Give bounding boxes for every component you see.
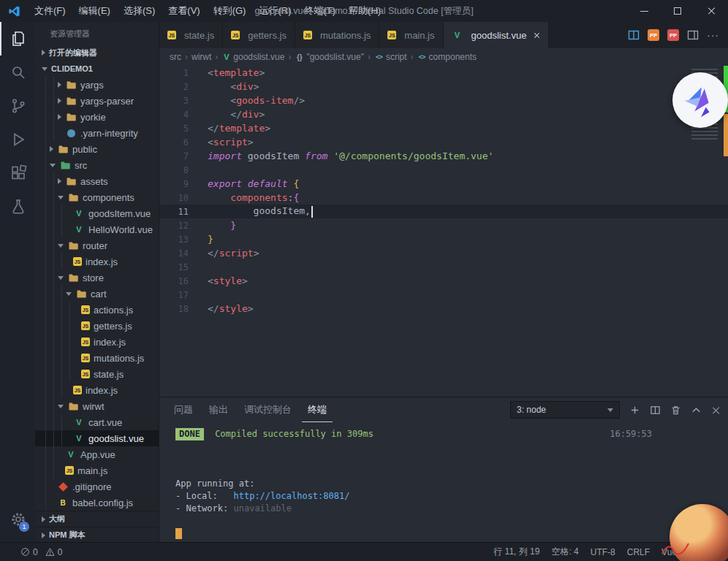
terminal-line-4: App running at: bbox=[175, 478, 728, 490]
tree-item-index.js[interactable]: JSindex.js bbox=[35, 382, 159, 398]
menu-item-0[interactable]: 文件(F) bbox=[28, 0, 72, 22]
status-item-3[interactable]: CRLF bbox=[627, 547, 650, 557]
tree-item-router[interactable]: router bbox=[35, 237, 159, 253]
status-item-2[interactable]: UTF-8 bbox=[591, 547, 615, 557]
indent-guide bbox=[53, 77, 54, 93]
tree-item-store[interactable]: store bbox=[35, 270, 159, 286]
status-item-0[interactable]: 行 11, 列 19 bbox=[493, 546, 539, 558]
tree-item-actions.js[interactable]: JSactions.js bbox=[35, 302, 159, 318]
maximize-button[interactable] bbox=[661, 0, 694, 22]
chevron-down-icon bbox=[607, 408, 613, 412]
tree-item-yorkie[interactable]: yorkie bbox=[35, 109, 159, 125]
extensions-icon[interactable] bbox=[0, 156, 35, 190]
tab-getters.js[interactable]: JSgetters.js bbox=[223, 22, 295, 48]
close-panel-icon[interactable] bbox=[711, 406, 719, 414]
tree-item-index.js[interactable]: JSindex.js bbox=[35, 253, 159, 270]
babel-icon: B bbox=[57, 497, 69, 508]
menu-item-2[interactable]: 选择(S) bbox=[117, 0, 162, 22]
menu-item-4[interactable]: 转到(G) bbox=[207, 0, 253, 22]
tree-item-getters.js[interactable]: JSgetters.js bbox=[35, 318, 159, 334]
menu-item-3[interactable]: 查看(V) bbox=[162, 0, 206, 22]
tree-item-wirwt[interactable]: wirwt bbox=[35, 398, 159, 414]
tab-mutations.js[interactable]: JSmutations.js bbox=[295, 22, 379, 48]
code-line-5: 5</template> bbox=[159, 121, 728, 135]
panel-tab-输出[interactable]: 输出 bbox=[203, 397, 234, 422]
tree-item-src[interactable]: src bbox=[35, 157, 159, 173]
panel-tab-终端[interactable]: 终端 bbox=[302, 397, 333, 422]
sidebar-section-0[interactable]: 大纲 bbox=[35, 511, 159, 527]
tree-item-.yarn-integrity[interactable]: .yarn-integrity bbox=[35, 125, 159, 141]
chevron-down-icon bbox=[42, 67, 48, 71]
code-line-4: 4 </div> bbox=[159, 107, 728, 121]
tree-item-main.js[interactable]: JSmain.js bbox=[35, 462, 159, 478]
sidebar-section-1[interactable]: NPM 脚本 bbox=[35, 527, 159, 542]
code-text: export default { bbox=[189, 178, 299, 189]
terminal-output[interactable]: 16:59:53 DONE Compiled successfully in 3… bbox=[159, 422, 728, 542]
explorer-icon[interactable] bbox=[0, 22, 35, 56]
search-icon[interactable] bbox=[0, 56, 35, 89]
code-line-9: 9export default { bbox=[159, 177, 728, 191]
breadcrumb-label: goodslist.vue bbox=[233, 52, 284, 62]
status-item-1[interactable]: 空格: 4 bbox=[551, 546, 578, 558]
tree-item-babel.config.js[interactable]: Bbabel.config.js bbox=[35, 495, 159, 511]
tab-main.js[interactable]: JSmain.js bbox=[379, 22, 443, 48]
tree-item-App.vue[interactable]: VApp.vue bbox=[35, 446, 159, 462]
tab-goodslist.vue[interactable]: Vgoodslist.vue bbox=[444, 22, 550, 48]
indent-guide bbox=[53, 462, 54, 478]
tree-item-cart[interactable]: cart bbox=[35, 286, 159, 302]
split-editor-blue-icon[interactable] bbox=[628, 29, 640, 41]
tree-item-yargs-parser[interactable]: yargs-parser bbox=[35, 93, 159, 109]
breadcrumb-item-1[interactable]: wirwt bbox=[192, 52, 211, 62]
breadcrumb-item-5[interactable]: <>components bbox=[417, 52, 477, 62]
breadcrumb-item-2[interactable]: Vgoodslist.vue bbox=[221, 52, 284, 62]
settings-gear-icon[interactable]: 1 bbox=[0, 503, 35, 536]
open-editors-section[interactable]: 打开的编辑器 bbox=[35, 45, 159, 61]
new-terminal-icon[interactable] bbox=[629, 405, 640, 416]
breadcrumb-item-0[interactable]: src bbox=[170, 52, 181, 62]
more-actions-icon[interactable]: ··· bbox=[707, 29, 719, 41]
kill-terminal-trash-icon[interactable] bbox=[670, 405, 681, 416]
folder-icon bbox=[67, 272, 79, 283]
run-debug-icon[interactable] bbox=[0, 123, 35, 156]
terminal-picker-dropdown[interactable]: 3: node bbox=[510, 401, 620, 419]
close-button[interactable] bbox=[694, 0, 728, 22]
tab-state.js[interactable]: JSstate.js bbox=[159, 22, 223, 48]
extension-action-icon-1[interactable]: PP bbox=[648, 29, 659, 41]
code-line-1: 1<template> bbox=[159, 66, 728, 80]
tree-item-state.js[interactable]: JSstate.js bbox=[35, 366, 159, 382]
test-flask-icon[interactable] bbox=[0, 190, 35, 224]
tree-item-assets[interactable]: assets bbox=[35, 173, 159, 189]
line-number: 6 bbox=[159, 137, 189, 148]
tree-item-goodslist.vue[interactable]: Vgoodslist.vue bbox=[35, 430, 159, 446]
code-line-2: 2 <div> bbox=[159, 80, 728, 94]
breadcrumb-item-4[interactable]: <>script bbox=[374, 52, 407, 62]
chevron-down-icon bbox=[66, 292, 72, 296]
breadcrumb-label: src bbox=[170, 52, 181, 62]
project-root-section[interactable]: CLIDEMO1 bbox=[35, 61, 159, 77]
tree-item-cart.vue[interactable]: Vcart.vue bbox=[35, 414, 159, 430]
tree-item-HelloWorld.vue[interactable]: VHelloWorld.vue bbox=[35, 221, 159, 237]
tree-item-index.js[interactable]: JSindex.js bbox=[35, 334, 159, 350]
layout-icon[interactable] bbox=[687, 29, 699, 41]
close-tab-icon[interactable] bbox=[534, 32, 540, 39]
tree-item-goodsItem.vue[interactable]: VgoodsItem.vue bbox=[35, 205, 159, 221]
maximize-panel-icon[interactable] bbox=[691, 405, 702, 416]
line-number: 9 bbox=[159, 179, 189, 189]
problems-status[interactable]: 0 0 bbox=[20, 547, 62, 557]
minimize-button[interactable] bbox=[627, 0, 661, 22]
extension-action-icon-2[interactable]: PP bbox=[667, 29, 679, 41]
code-editor[interactable]: 1<template>2 <div>3 <goods-item/>4 </div… bbox=[159, 66, 728, 397]
panel-tab-调试控制台[interactable]: 调试控制台 bbox=[238, 397, 297, 422]
line-number: 10 bbox=[159, 193, 189, 203]
tree-item-public[interactable]: public bbox=[35, 141, 159, 157]
breadcrumb-item-3[interactable]: {}"goodslist.vue" bbox=[295, 52, 364, 62]
split-terminal-icon[interactable] bbox=[650, 405, 661, 416]
tree-item-mutations.js[interactable]: JSmutations.js bbox=[35, 350, 159, 366]
tree-item-components[interactable]: components bbox=[35, 189, 159, 205]
tree-item-.gitignore[interactable]: .gitignore bbox=[35, 478, 159, 495]
source-control-icon[interactable] bbox=[0, 89, 35, 123]
tree-item-label: index.js bbox=[86, 385, 118, 396]
tree-item-yargs[interactable]: yargs bbox=[35, 77, 159, 93]
menu-item-1[interactable]: 编辑(E) bbox=[72, 0, 117, 22]
panel-tab-问题[interactable]: 问题 bbox=[168, 397, 199, 422]
